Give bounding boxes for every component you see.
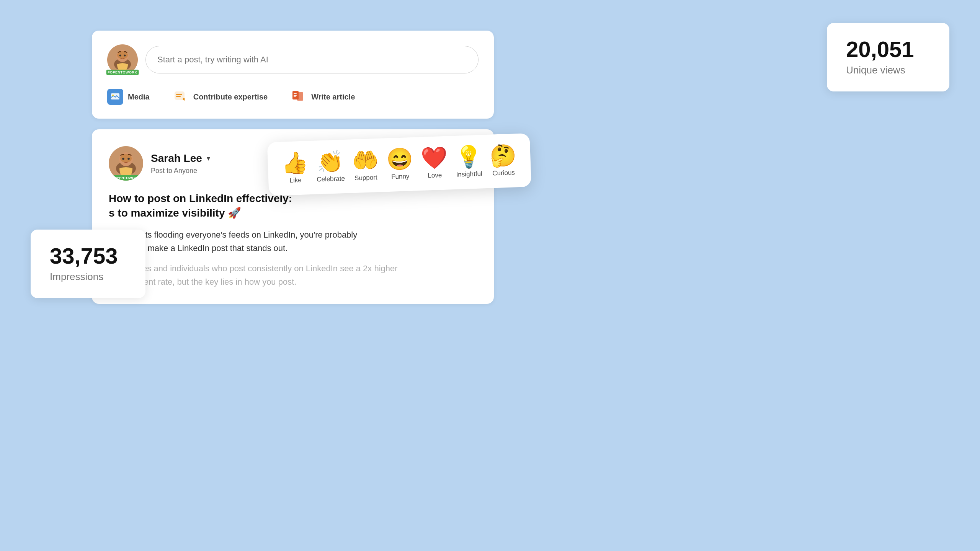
article-title: How to post on LinkedIn effectively: s t… [109, 191, 477, 220]
svg-point-8 [112, 95, 114, 96]
svg-point-5 [124, 55, 126, 57]
post-audience: Post to Anyone [151, 167, 210, 175]
love-emoji: ❤️ [420, 147, 448, 169]
user-avatar-wrapper: #OPENTOWORK [107, 44, 138, 75]
article-body-line1: many posts flooding everyone's feeds on … [109, 230, 357, 240]
svg-rect-13 [294, 95, 297, 96]
unique-views-number: 20,051 [846, 38, 930, 60]
article-title-line2: s to maximize visibility 🚀 [109, 207, 241, 219]
author-badge: #OPENTOWORK [110, 175, 141, 181]
article-action[interactable]: Write article [291, 89, 355, 105]
article-label: Write article [311, 93, 355, 101]
celebrate-emoji: 👏 [317, 150, 344, 173]
author-info: Sarah Lee ▾ Post to Anyone [151, 152, 210, 175]
support-label: Support [354, 174, 377, 182]
post-input[interactable] [145, 46, 479, 73]
curious-emoji: 🤔 [489, 144, 517, 166]
author-avatar: #OPENTOWORK [109, 146, 143, 181]
author-name: Sarah Lee [151, 152, 202, 165]
like-emoji: 👍 [281, 152, 309, 174]
svg-point-19 [122, 158, 124, 160]
reaction-love[interactable]: ❤️ Love [420, 147, 448, 180]
article-icon [291, 89, 307, 105]
reaction-celebrate[interactable]: 👏 Celebrate [316, 150, 345, 184]
reaction-insightful[interactable]: 💡 Insightful [455, 145, 483, 178]
reaction-funny[interactable]: 😄 Funny [386, 148, 414, 181]
reaction-curious[interactable]: 🤔 Curious [489, 144, 517, 177]
expertise-icon [173, 89, 189, 105]
svg-point-20 [127, 158, 130, 160]
funny-label: Funny [391, 173, 410, 181]
unique-views-card: 20,051 Unique views [827, 23, 949, 91]
post-actions: Media Contribute expertise [107, 86, 479, 105]
svg-rect-12 [294, 93, 297, 94]
svg-point-18 [120, 154, 132, 163]
support-emoji: 🤲 [351, 149, 379, 171]
celebrate-label: Celebrate [317, 175, 345, 184]
avatar-badge-small: #OPENTOWORK [106, 70, 139, 75]
expertise-action[interactable]: Contribute expertise [173, 89, 268, 105]
media-label: Media [128, 93, 150, 101]
media-icon [107, 89, 123, 105]
article-secondary: Companies and individuals who post consi… [109, 262, 477, 289]
svg-point-4 [119, 55, 121, 57]
reaction-like[interactable]: 👍 Like [281, 152, 309, 184]
post-card-top: #OPENTOWORK [107, 44, 479, 75]
like-label: Like [289, 176, 302, 184]
reactions-popup: 👍 Like 👏 Celebrate 🤲 Support 😄 Funny ❤️ … [267, 133, 531, 196]
media-action[interactable]: Media [107, 89, 150, 105]
curious-label: Curious [492, 169, 515, 177]
dropdown-icon[interactable]: ▾ [207, 154, 210, 163]
article-secondary-line1: Companies and individuals who post consi… [109, 264, 398, 273]
svg-rect-9 [175, 92, 184, 99]
impressions-number: 33,753 [50, 245, 126, 267]
author-name-row: Sarah Lee ▾ [151, 152, 210, 165]
svg-rect-11 [297, 92, 303, 101]
expertise-label: Contribute expertise [193, 93, 268, 101]
insightful-label: Insightful [456, 170, 482, 178]
reaction-support[interactable]: 🤲 Support [351, 149, 379, 182]
post-creation-card: #OPENTOWORK Media [92, 31, 494, 119]
svg-rect-14 [294, 96, 296, 97]
unique-views-label: Unique views [846, 64, 930, 76]
funny-emoji: 😄 [386, 148, 413, 170]
insightful-emoji: 💡 [455, 145, 482, 168]
article-title-line1: How to post on LinkedIn effectively: [109, 192, 292, 204]
impressions-card: 33,753 Impressions [31, 230, 145, 298]
impressions-label: Impressions [50, 271, 126, 283]
love-label: Love [428, 171, 442, 179]
article-body: many posts flooding everyone's feeds on … [109, 228, 477, 255]
